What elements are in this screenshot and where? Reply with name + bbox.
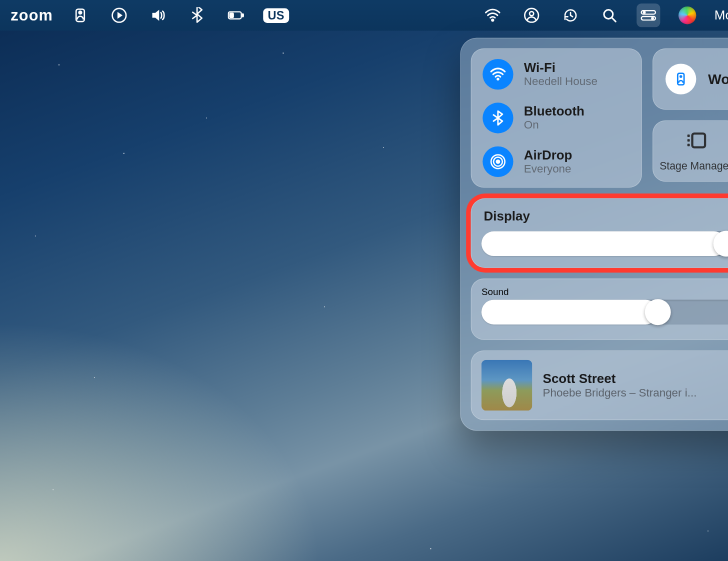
zoom-meeting-icon[interactable] xyxy=(68,4,92,27)
play-icon[interactable] xyxy=(108,4,131,27)
svg-point-19 xyxy=(680,75,682,78)
volume-fill xyxy=(482,300,658,324)
siri-icon[interactable] xyxy=(676,4,699,27)
input-source-badge: US xyxy=(263,8,289,22)
svg-point-13 xyxy=(652,17,654,20)
display-tile: Display xyxy=(471,198,728,268)
svg-point-9 xyxy=(604,10,613,19)
focus-label: Work xyxy=(708,71,728,88)
svg-rect-22 xyxy=(687,139,690,142)
volume-slider[interactable] xyxy=(482,300,728,324)
focus-icon[interactable] xyxy=(666,64,696,94)
svg-point-15 xyxy=(496,160,500,164)
bluetooth-icon[interactable] xyxy=(185,4,208,27)
svg-point-11 xyxy=(643,11,646,14)
svg-point-14 xyxy=(496,78,500,81)
app-name: zoom xyxy=(10,6,53,24)
brightness-fill xyxy=(482,232,726,256)
airdrop-toggle-icon[interactable] xyxy=(482,146,513,177)
album-art xyxy=(482,360,532,410)
media-song: Scott Street xyxy=(543,371,728,386)
battery-icon[interactable] xyxy=(224,4,248,27)
bluetooth-status: On xyxy=(524,118,584,132)
timemachine-icon[interactable] xyxy=(558,4,582,27)
svg-point-1 xyxy=(78,11,82,14)
sound-tile: Sound xyxy=(471,278,728,340)
svg-rect-18 xyxy=(678,74,684,85)
wifi-title: Wi-Fi xyxy=(524,61,598,76)
stage-manager-label: Stage Manager xyxy=(660,160,728,172)
bluetooth-title: Bluetooth xyxy=(524,104,584,119)
now-playing-tile: Scott Street Phoebe Bridgers – Stranger … xyxy=(471,350,728,420)
bluetooth-row[interactable]: Bluetooth On xyxy=(482,102,630,133)
display-title: Display xyxy=(484,209,728,224)
svg-point-8 xyxy=(530,12,534,16)
volume-thumb[interactable] xyxy=(645,299,671,325)
media-artist: Phoebe Bridgers – Stranger i... xyxy=(543,386,728,400)
svg-rect-20 xyxy=(692,134,705,148)
stage-manager-tile[interactable]: Stage Manager xyxy=(652,120,728,182)
svg-rect-21 xyxy=(687,134,690,137)
wifi-status: Needell House xyxy=(524,75,598,88)
volume-icon[interactable] xyxy=(146,4,170,27)
user-icon[interactable] xyxy=(520,4,543,27)
svg-rect-4 xyxy=(230,13,234,18)
control-center-icon[interactable] xyxy=(636,4,660,27)
input-source[interactable]: US xyxy=(263,4,289,27)
airdrop-status: Everyone xyxy=(524,162,572,176)
control-center-panel: Wi-Fi Needell House Bluetooth On xyxy=(460,38,728,431)
wifi-row[interactable]: Wi-Fi Needell House xyxy=(482,59,630,90)
spotlight-icon[interactable] xyxy=(598,4,621,27)
bluetooth-toggle-icon[interactable] xyxy=(482,102,513,133)
menubar: zoom US xyxy=(0,0,728,30)
brightness-slider[interactable] xyxy=(482,232,728,256)
svg-point-6 xyxy=(492,19,494,22)
wifi-toggle-icon[interactable] xyxy=(482,59,513,90)
stage-manager-icon xyxy=(684,128,708,154)
airdrop-row[interactable]: AirDrop Everyone xyxy=(482,146,630,177)
svg-rect-23 xyxy=(687,144,690,146)
svg-rect-5 xyxy=(242,14,244,17)
focus-tile[interactable]: Work xyxy=(652,48,728,110)
wifi-icon[interactable] xyxy=(481,4,504,27)
airdrop-title: AirDrop xyxy=(524,148,572,162)
sound-title: Sound xyxy=(482,286,728,297)
menubar-datetime[interactable]: Mon Apr 10 5:51:51 PM xyxy=(714,8,728,23)
connectivity-tile: Wi-Fi Needell House Bluetooth On xyxy=(471,48,642,188)
